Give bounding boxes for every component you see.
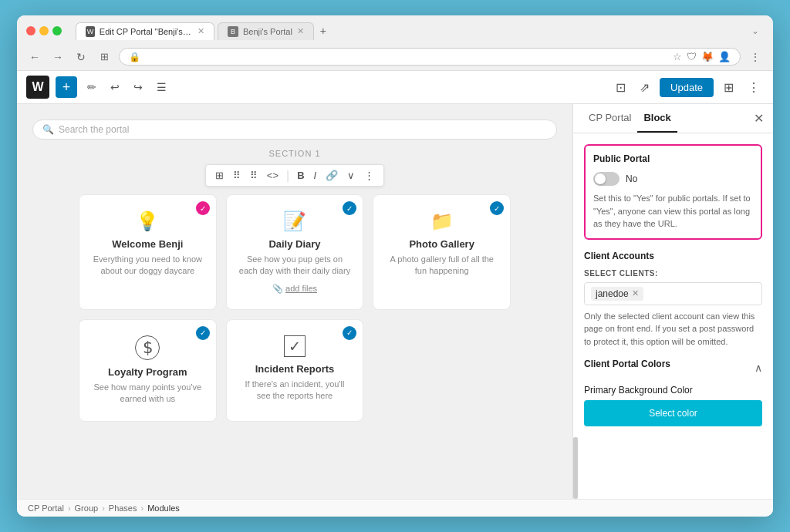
settings-toggle-button[interactable]: ⊞ (720, 78, 738, 97)
card-check-welcome: ✓ (196, 201, 210, 215)
refresh-button[interactable]: ↻ (73, 51, 89, 63)
wp-editor: W + ✏ ↩ ↪ ☰ ⊡ ⇗ Update ⊞ ⋮ 🔍 (17, 71, 773, 517)
search-icon: 🔍 (42, 124, 54, 135)
tab-edit-close[interactable]: ✕ (198, 26, 204, 36)
tab-benji-label: Benji's Portal (243, 27, 292, 36)
colors-collapse-icon[interactable]: ∧ (755, 362, 762, 374)
card-desc-welcome: Everything you need to know about our do… (90, 254, 205, 278)
update-button[interactable]: Update (660, 78, 714, 97)
address-input[interactable]: 🔒 ☆ 🛡 🦊 👤 (119, 48, 741, 66)
breadcrumb-item-cp-portal[interactable]: CP Portal (28, 503, 64, 513)
search-row: 🔍 Search the portal (32, 120, 557, 140)
card-daily-diary[interactable]: ✓ 📝 Daily Diary See how you pup gets on … (226, 194, 364, 310)
card-desc-gallery: A photo gallery full of all the fun happ… (384, 254, 499, 278)
panel-scrollbar[interactable] (573, 437, 578, 499)
new-tab-button[interactable]: + (314, 22, 333, 40)
wp-logo: W (26, 76, 49, 99)
tab-edit-portal[interactable]: W Edit CP Portal "Benji's Portal" ✕ (76, 22, 214, 40)
extension-icon[interactable]: 🦊 (701, 51, 714, 62)
redo-button[interactable]: ↪ (130, 79, 147, 96)
public-portal-description: Set this to "Yes" for public portals. If… (593, 192, 753, 231)
details-button[interactable]: ☰ (153, 79, 170, 96)
bookmark-icon[interactable]: ☆ (673, 51, 682, 62)
browser-chrome: W Edit CP Portal "Benji's Portal" ✕ B Be… (17, 15, 773, 71)
public-portal-section: Public Portal No Set this to "Yes" for p… (584, 144, 762, 240)
card-icon-loyalty: $ (135, 335, 160, 360)
minimize-window-btn[interactable] (39, 26, 49, 35)
breadcrumb-item-phases[interactable]: Phases (109, 503, 137, 513)
card-icon-welcome: 💡 (90, 210, 205, 232)
breadcrumb-item-modules[interactable]: Modules (147, 503, 180, 513)
scrollbar-thumb (573, 437, 578, 499)
client-tag-name: janedoe (596, 288, 629, 299)
card-icon-diary: 📝 (238, 210, 353, 232)
card-icon-gallery: 📁 (384, 210, 499, 232)
colors-section-header: Client Portal Colors ∧ (584, 359, 762, 377)
block-tool-move[interactable]: ⠿ (230, 168, 244, 183)
panel-tabs: CP Portal Block ✕ (573, 104, 773, 133)
colors-section-title: Client Portal Colors (584, 359, 670, 369)
preview-button[interactable]: ⇗ (636, 78, 653, 97)
block-tool-bold[interactable]: B (294, 168, 307, 183)
add-block-button[interactable]: + (56, 76, 77, 98)
block-tool-drag[interactable]: ⠿ (247, 168, 261, 183)
client-tag-janedoe: janedoe ✕ (591, 287, 643, 301)
breadcrumb: CP Portal › Group › Phases › Modules (17, 499, 773, 517)
toggle-no-label: No (626, 173, 637, 184)
colors-section: Client Portal Colors ∧ Primary Backgroun… (584, 359, 762, 437)
tab-benjis-portal[interactable]: B Benji's Portal ✕ (218, 22, 314, 40)
profile-icon[interactable]: 👤 (718, 51, 731, 62)
breadcrumb-item-group[interactable]: Group (75, 503, 99, 513)
block-tool-grid[interactable]: ⊞ (212, 168, 227, 183)
toolbar-more-button[interactable]: ⋮ (744, 78, 764, 97)
card-check-gallery: ✓ (490, 201, 504, 215)
card-title-welcome: Welcome Benji (90, 238, 205, 250)
public-portal-toggle-row: No (593, 172, 753, 186)
browser-menu-chevron[interactable]: ⌄ (751, 25, 759, 36)
search-portal-input[interactable]: 🔍 Search the portal (32, 120, 557, 140)
view-button[interactable]: ⊡ (612, 78, 630, 97)
card-loyalty-program[interactable]: ✓ $ Loyalty Program See how many points … (79, 319, 217, 422)
tab-favicon-edit: W (86, 26, 95, 37)
client-select-input[interactable]: janedoe ✕ (584, 282, 762, 305)
block-tool-code[interactable]: <> (264, 168, 282, 183)
client-tag-remove[interactable]: ✕ (632, 288, 639, 298)
block-tool-link[interactable]: 🔗 (322, 168, 341, 183)
tab-block[interactable]: Block (637, 104, 677, 133)
forward-button[interactable]: → (49, 51, 66, 63)
edit-tool-button[interactable]: ✏ (83, 79, 100, 96)
card-check-diary: ✓ (343, 201, 356, 215)
close-window-btn[interactable] (26, 26, 35, 35)
back-button[interactable]: ← (26, 51, 43, 63)
card-title-diary: Daily Diary (238, 238, 353, 250)
browser-more-icon[interactable]: ⋮ (747, 51, 764, 63)
primary-color-btn[interactable]: Select color (584, 400, 762, 426)
client-accounts-title: Client Accounts (584, 251, 762, 261)
undo-button[interactable]: ↩ (106, 79, 123, 96)
public-portal-toggle[interactable] (593, 172, 620, 186)
card-incident-reports[interactable]: ✓ ✓ Incident Reports If there's an incid… (226, 319, 364, 422)
editor-area: 🔍 Search the portal SECTION 1 ⊞ ⠿ ⠿ <> |… (17, 104, 572, 499)
card-desc-incident: If there's an incident, you'll see the r… (238, 379, 353, 402)
toolbar-right: ⊡ ⇗ Update ⊞ ⋮ (612, 78, 764, 97)
block-tool-more[interactable]: ∨ (344, 168, 358, 183)
breadcrumb-sep-3: › (141, 503, 144, 513)
card-photo-gallery[interactable]: ✓ 📁 Photo Gallery A photo gallery full o… (373, 194, 511, 310)
card-desc-diary: See how you pup gets on each day with th… (238, 254, 353, 278)
tab-cp-portal[interactable]: CP Portal (582, 104, 637, 133)
home-button[interactable]: ⊞ (96, 51, 113, 62)
tab-benji-close[interactable]: ✕ (297, 26, 304, 36)
card-check-incident: ✓ (343, 326, 356, 340)
card-welcome-benji[interactable]: ✓ 💡 Welcome Benji Everything you need to… (79, 194, 217, 310)
search-placeholder: Search the portal (59, 124, 129, 135)
card-title-gallery: Photo Gallery (384, 238, 499, 250)
block-tool-options[interactable]: ⋮ (361, 168, 377, 183)
block-tool-italic[interactable]: I (311, 168, 320, 183)
card-add-files-diary[interactable]: 📎 add files (238, 284, 353, 294)
panel-close-button[interactable]: ✕ (754, 111, 764, 126)
maximize-window-btn[interactable] (52, 26, 62, 35)
card-check-loyalty: ✓ (196, 326, 210, 340)
window-controls (26, 26, 62, 35)
primary-color-label: Primary Background Color (584, 385, 762, 396)
card-title-loyalty: Loyalty Program (90, 366, 205, 378)
